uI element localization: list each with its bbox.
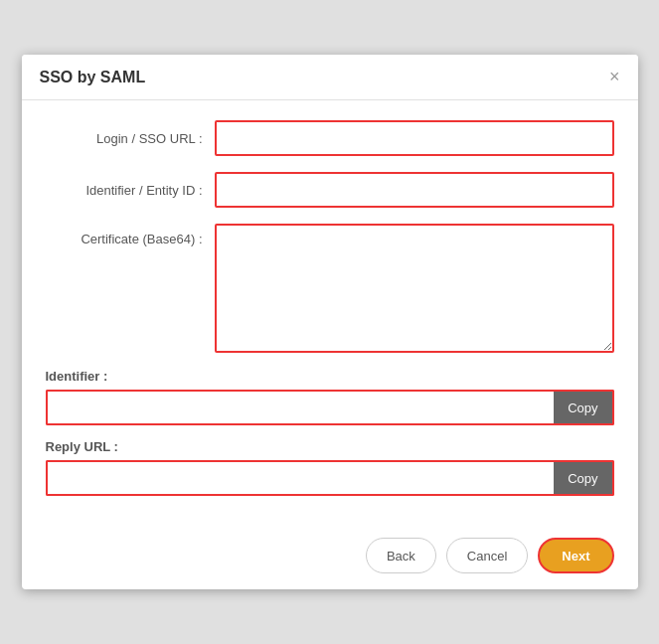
- dialog-header: SSO by SAML ×: [22, 55, 638, 100]
- login-sso-url-label: Login / SSO URL :: [46, 131, 215, 146]
- reply-url-section-label: Reply URL :: [46, 439, 614, 454]
- certificate-label: Certificate (Base64) :: [46, 224, 215, 246]
- identifier-copy-button[interactable]: Copy: [554, 390, 613, 425]
- identifier-entity-id-input[interactable]: [215, 172, 614, 208]
- identifier-entity-id-row: Identifier / Entity ID :: [46, 172, 614, 208]
- back-button[interactable]: Back: [366, 538, 436, 573]
- cancel-button[interactable]: Cancel: [446, 538, 528, 573]
- dialog-title: SSO by SAML: [40, 69, 146, 86]
- close-icon[interactable]: ×: [609, 67, 620, 87]
- certificate-row: Certificate (Base64) :: [46, 224, 614, 353]
- reply-url-copy-row: Copy: [46, 460, 614, 496]
- identifier-entity-id-label: Identifier / Entity ID :: [46, 183, 215, 198]
- reply-url-copy-button[interactable]: Copy: [554, 460, 613, 496]
- dialog-body: Login / SSO URL : Identifier / Entity ID…: [22, 100, 638, 526]
- identifier-section-label: Identifier :: [46, 369, 614, 384]
- certificate-textarea[interactable]: [215, 224, 614, 353]
- sso-saml-dialog: SSO by SAML × Login / SSO URL : Identifi…: [22, 55, 638, 589]
- login-sso-url-row: Login / SSO URL :: [46, 120, 614, 156]
- login-sso-url-input[interactable]: [215, 120, 614, 156]
- identifier-copy-input[interactable]: [46, 390, 555, 425]
- reply-url-copy-input[interactable]: [46, 460, 555, 496]
- next-button[interactable]: Next: [538, 538, 613, 573]
- dialog-footer: Back Cancel Next: [22, 526, 638, 589]
- identifier-copy-row: Copy: [46, 390, 614, 425]
